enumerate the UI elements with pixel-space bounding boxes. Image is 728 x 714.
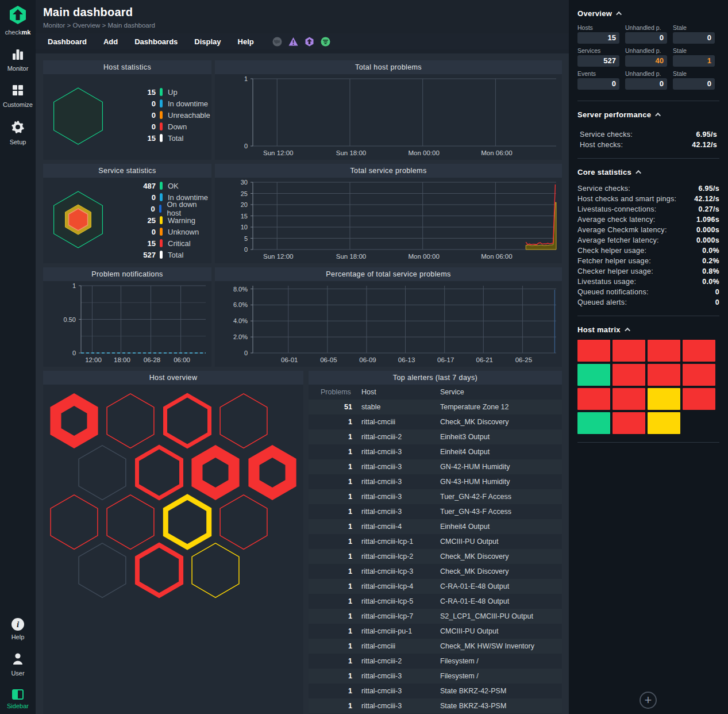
sidebar-item-user[interactable]: User bbox=[7, 653, 29, 677]
menu-display[interactable]: Display bbox=[194, 37, 221, 46]
total-host-problems-chart[interactable]: 01Sun 12:00Sun 18:00Mon 00:00Mon 06:00 bbox=[215, 74, 562, 160]
warning-triangle-icon[interactable] bbox=[288, 37, 298, 47]
overview-count-box[interactable]: 0 bbox=[673, 32, 715, 44]
table-row[interactable]: 1rittal-cmciii-3Tuer_GN-43-F Access bbox=[309, 504, 562, 519]
snapin-overview-header[interactable]: Overview bbox=[577, 0, 719, 24]
host-matrix-cell[interactable] bbox=[577, 364, 610, 386]
snapin-server-performance-header[interactable]: Server performance bbox=[577, 101, 719, 125]
service-state-hexagon[interactable] bbox=[43, 178, 113, 263]
overview-count-box[interactable]: 0 bbox=[577, 78, 619, 90]
table-row[interactable]: 1rittal-cmciii-3Einheit4 Output bbox=[309, 444, 562, 459]
total-service-problems-chart[interactable]: 051015202530Sun 12:00Sun 18:00Mon 00:00M… bbox=[215, 178, 562, 263]
sidebar-item-help[interactable]: i Help bbox=[7, 618, 29, 640]
svg-text:06-28: 06-28 bbox=[144, 356, 160, 363]
host-state-hexagon[interactable] bbox=[43, 74, 113, 160]
table-row[interactable]: 1rittal-cmciii-3GN-42-HUM Humidity bbox=[309, 459, 562, 474]
overview-count-box[interactable]: 0 bbox=[625, 32, 667, 44]
table-row[interactable]: 1rittal-cmciii-2Einheit3 Output bbox=[309, 429, 562, 444]
legend-color-pill bbox=[160, 228, 163, 236]
page-title: Main dashboard bbox=[43, 6, 569, 19]
host-hexagon[interactable] bbox=[192, 543, 239, 598]
add-snapin-button[interactable]: + bbox=[640, 692, 657, 709]
checkmk-logo[interactable]: checkmk bbox=[5, 0, 31, 36]
table-row[interactable]: 1rittal-cmciii-lcp-3Check_MK Discovery bbox=[309, 564, 562, 579]
table-row[interactable]: 1rittal-cmciii-3Tuer_GN-42-F Access bbox=[309, 489, 562, 504]
divider bbox=[577, 442, 719, 443]
table-row[interactable]: 51stableTemperature Zone 12 bbox=[309, 400, 562, 414]
sidebar-toggle-icon bbox=[12, 689, 24, 700]
percentage-service-problems-chart[interactable]: 02.0%4.0%6.0%8.0%06-0106-0506-0906-1306-… bbox=[215, 281, 562, 367]
table-row[interactable]: 1rittal-cmciii-2Filesystem / bbox=[309, 654, 562, 669]
problem-notifications-chart[interactable]: 00.50112:0018:0006-2806:00 bbox=[43, 281, 211, 367]
menu-dashboards[interactable]: Dashboards bbox=[134, 37, 178, 46]
menu-add[interactable]: Add bbox=[103, 37, 118, 46]
sidebar-item-monitor[interactable]: Monitor bbox=[7, 48, 29, 72]
table-row[interactable]: 1rittal-cmciiiCheck_MK HW/SW Inventory bbox=[309, 639, 562, 654]
host-matrix-cell[interactable] bbox=[648, 412, 680, 434]
overview-count-box[interactable]: 15 bbox=[577, 32, 619, 44]
host-hexagon[interactable] bbox=[107, 495, 154, 550]
host-hexagon[interactable] bbox=[50, 393, 98, 448]
table-row[interactable]: 1rittal-cmciiiCheck_MK Discovery bbox=[309, 414, 562, 429]
menubar: Dashboard Add Dashboards Display Help bbox=[36, 33, 569, 49]
globe-icon[interactable] bbox=[272, 37, 282, 47]
host-matrix-cell[interactable] bbox=[577, 412, 610, 434]
host-hexagon[interactable] bbox=[165, 497, 209, 547]
overview-count-box[interactable]: 40 bbox=[625, 55, 667, 67]
stat-row: Livestatus usage:0.0% bbox=[577, 277, 719, 287]
menu-dashboard[interactable]: Dashboard bbox=[48, 37, 87, 46]
menu-help[interactable]: Help bbox=[238, 37, 254, 46]
host-matrix-cell[interactable] bbox=[648, 364, 680, 386]
host-hexagon[interactable] bbox=[107, 394, 154, 448]
host-matrix-cell[interactable] bbox=[683, 364, 715, 386]
filter-circle-icon[interactable] bbox=[321, 37, 330, 47]
sidebar-item-setup[interactable]: Setup bbox=[10, 121, 26, 145]
host-matrix-cell[interactable] bbox=[683, 340, 715, 362]
snapin-host-matrix-header[interactable]: Host matrix bbox=[577, 316, 719, 340]
gear-icon bbox=[11, 121, 24, 133]
overview-count-box[interactable]: 1 bbox=[673, 55, 715, 67]
host-matrix-cell[interactable] bbox=[648, 388, 680, 410]
table-row[interactable]: 1rittal-cmciii-lcp-7S2_LCP1_CMCIII-PU Ou… bbox=[309, 609, 562, 624]
table-row[interactable]: 1rittal-cmciii-3GN-43-HUM Humidity bbox=[309, 474, 562, 489]
host-matrix-cell[interactable] bbox=[648, 340, 680, 362]
host-matrix-cell[interactable] bbox=[613, 412, 645, 434]
panel-host-statistics: Host statistics 15Up0In downtime0Unreach… bbox=[43, 60, 211, 160]
overview-count-box[interactable]: 0 bbox=[625, 78, 667, 90]
breadcrumb[interactable]: Monitor > Overview > Main dashboard bbox=[43, 22, 569, 29]
overview-count-box[interactable]: 0 bbox=[673, 78, 715, 90]
table-row[interactable]: 1rittal-cmciii-lcp-5C-RA-01-E-48 Output bbox=[309, 594, 562, 609]
svg-text:Sun 12:00: Sun 12:00 bbox=[263, 253, 293, 260]
host-matrix-cell[interactable] bbox=[683, 388, 715, 410]
host-hexagon[interactable] bbox=[220, 495, 267, 550]
update-hexagon-icon[interactable] bbox=[305, 37, 314, 47]
sidebar-item-sidebar[interactable]: Sidebar bbox=[7, 689, 29, 709]
host-hexagon[interactable] bbox=[220, 394, 267, 448]
legend-color-pill bbox=[160, 216, 163, 224]
sidebar-item-customize[interactable]: Customize bbox=[3, 85, 33, 108]
host-matrix-cell[interactable] bbox=[613, 388, 645, 410]
table-row[interactable]: 1rittal-cmciii-lcp-4C-RA-01-E-48 Output bbox=[309, 579, 562, 594]
table-row[interactable]: 1rittal-cmciii-lcp-1CMCIII-PU Output bbox=[309, 534, 562, 549]
host-hexagon[interactable] bbox=[248, 445, 296, 500]
host-hexagon[interactable] bbox=[79, 446, 126, 500]
host-matrix-cell[interactable] bbox=[613, 340, 645, 362]
table-row[interactable]: 1rittal-cmciii-3State BKRZ-42-PSM bbox=[309, 684, 562, 698]
table-row[interactable]: 1rittal-cmciii-3State BKRZ-43-PSM bbox=[309, 698, 562, 713]
host-matrix-cell[interactable] bbox=[613, 364, 645, 386]
host-hexagon[interactable] bbox=[191, 445, 239, 500]
table-row[interactable]: 1rittal-cmciii-3Filesystem / bbox=[309, 669, 562, 684]
host-matrix-cell[interactable] bbox=[577, 388, 610, 410]
overview-count-box[interactable]: 527 bbox=[577, 55, 619, 67]
host-hexagon[interactable] bbox=[165, 396, 210, 447]
host-hexagon[interactable] bbox=[79, 543, 126, 598]
host-hexagon[interactable] bbox=[137, 545, 181, 596]
host-hexagon[interactable] bbox=[51, 495, 98, 550]
host-hexagon[interactable] bbox=[137, 447, 182, 498]
table-row[interactable]: 1rittal-cmciii-lcp-2Check_MK Discovery bbox=[309, 549, 562, 564]
snapin-core-statistics-header[interactable]: Core statistics bbox=[577, 159, 719, 182]
table-row[interactable]: 1rittal-cmciii-pu-1CMCIII-PU Output bbox=[309, 624, 562, 639]
host-matrix-cell[interactable] bbox=[577, 340, 610, 362]
table-row[interactable]: 1rittal-cmciii-4Einheit4 Output bbox=[309, 519, 562, 534]
host-statistics-legend: 15Up0In downtime0Unreachable0Down15Total bbox=[133, 74, 210, 160]
